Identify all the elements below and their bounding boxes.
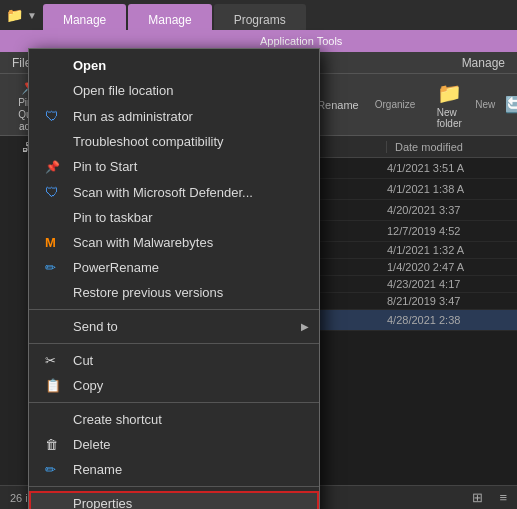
file-date-cell: 4/1/2021 1:32 A	[383, 244, 513, 256]
pin-start-icon: 📌	[45, 160, 63, 174]
programs-tab[interactable]: Programs	[214, 4, 306, 30]
file-date-cell: 8/21/2019 3:47	[383, 295, 513, 307]
cm-run-as-admin[interactable]: 🛡 Run as administrator	[29, 103, 319, 129]
cm-scan-malwarebytes[interactable]: M Scan with Malwarebytes	[29, 230, 319, 255]
cm-pin-taskbar[interactable]: Pin to taskbar	[29, 205, 319, 230]
new-label: New	[473, 99, 497, 110]
window-icon: 📁	[6, 7, 23, 23]
cm-send-to[interactable]: Send to ▶	[29, 314, 319, 339]
file-date-cell: 12/7/2019 4:52	[383, 225, 513, 237]
cm-pin-start[interactable]: 📌 Pin to Start	[29, 154, 319, 179]
cm-open[interactable]: Open	[29, 53, 319, 78]
delete-icon: 🗑	[45, 437, 63, 452]
file-date-cell: 4/1/2021 1:38 A	[383, 183, 513, 195]
cut-icon: ✂	[45, 353, 63, 368]
view-toggle-1[interactable]: ⊞	[472, 490, 483, 505]
cm-power-rename[interactable]: ✏ PowerRename	[29, 255, 319, 280]
cm-open-file-location[interactable]: Open file location	[29, 78, 319, 103]
malwarebytes-icon: M	[45, 235, 63, 250]
cm-create-shortcut[interactable]: Create shortcut	[29, 407, 319, 432]
file-date-cell: 4/23/2021 4:17	[383, 278, 513, 290]
cm-cut[interactable]: ✂ Cut	[29, 348, 319, 373]
view-toggle-2[interactable]: ≡	[499, 490, 507, 505]
cm-delete[interactable]: 🗑 Delete	[29, 432, 319, 457]
new-folder-btn[interactable]: 📁 Newfolder	[427, 77, 471, 133]
cm-scan-defender[interactable]: 🛡 Scan with Microsoft Defender...	[29, 179, 319, 205]
file-date-cell: 4/1/2021 3:51 A	[383, 162, 513, 174]
cm-copy[interactable]: 📋 Copy	[29, 373, 319, 398]
power-rename-icon: ✏	[45, 260, 63, 275]
copy-icon: 📋	[45, 378, 63, 393]
refresh-btn[interactable]: 🔄	[501, 91, 517, 118]
defender-icon: 🛡	[45, 184, 63, 200]
cm-restore-prev[interactable]: Restore previous versions	[29, 280, 319, 305]
file-date-cell: 4/20/2021 3:37	[383, 204, 513, 216]
quick-btn-1[interactable]: ▼	[27, 10, 37, 21]
file-date-cell: 4/28/2021 2:38	[383, 314, 513, 326]
cm-properties[interactable]: Properties	[29, 491, 319, 509]
cm-rename[interactable]: ✏ Rename	[29, 457, 319, 482]
col-date[interactable]: Date modified	[387, 141, 517, 153]
shield-icon: 🛡	[45, 108, 63, 124]
file-date-cell: 1/4/2020 2:47 A	[383, 261, 513, 273]
organize-label: Organize	[371, 99, 420, 110]
quick-access-bar: 📁 ▼	[0, 0, 43, 30]
cm-troubleshoot[interactable]: Troubleshoot compatibility	[29, 129, 319, 154]
manage-tab-1[interactable]: Manage	[43, 4, 126, 30]
submenu-arrow: ▶	[301, 321, 309, 332]
ribbon-tab-manage[interactable]: Manage	[450, 54, 517, 72]
context-menu: Open Open file location 🛡 Run as adminis…	[28, 48, 320, 509]
rename-icon: ✏	[45, 462, 63, 477]
title-bar: 📁 ▼ Manage Manage Programs	[0, 0, 517, 30]
manage-tab-2[interactable]: Manage	[128, 4, 211, 30]
